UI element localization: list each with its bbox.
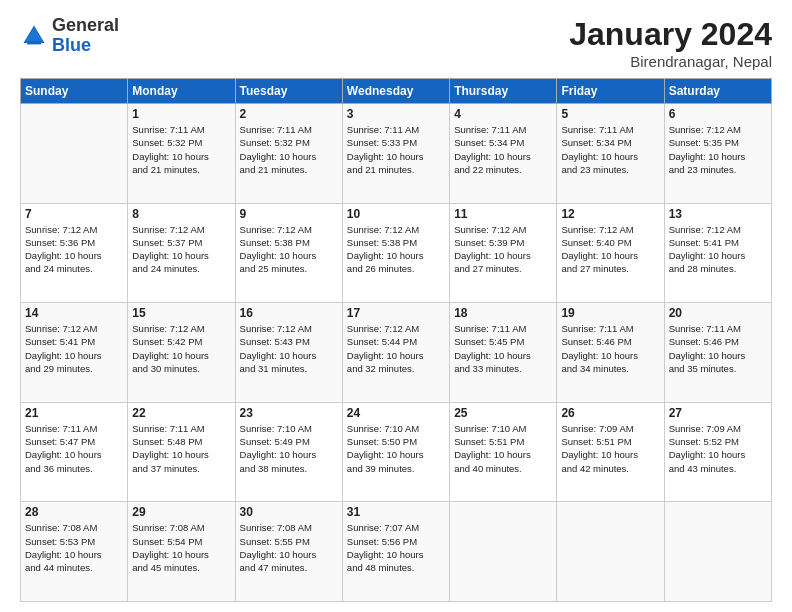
day-info: Sunrise: 7:12 AM Sunset: 5:43 PM Dayligh… — [240, 322, 338, 375]
day-info: Sunrise: 7:12 AM Sunset: 5:39 PM Dayligh… — [454, 223, 552, 276]
calendar-cell: 7Sunrise: 7:12 AM Sunset: 5:36 PM Daylig… — [21, 203, 128, 303]
logo-icon — [20, 22, 48, 50]
calendar-cell: 27Sunrise: 7:09 AM Sunset: 5:52 PM Dayli… — [664, 402, 771, 502]
day-info: Sunrise: 7:12 AM Sunset: 5:42 PM Dayligh… — [132, 322, 230, 375]
calendar-cell: 21Sunrise: 7:11 AM Sunset: 5:47 PM Dayli… — [21, 402, 128, 502]
calendar-cell: 15Sunrise: 7:12 AM Sunset: 5:42 PM Dayli… — [128, 303, 235, 403]
calendar-cell: 19Sunrise: 7:11 AM Sunset: 5:46 PM Dayli… — [557, 303, 664, 403]
title-block: January 2024 Birendranagar, Nepal — [569, 16, 772, 70]
calendar-cell: 28Sunrise: 7:08 AM Sunset: 5:53 PM Dayli… — [21, 502, 128, 602]
location-subtitle: Birendranagar, Nepal — [569, 53, 772, 70]
day-number: 22 — [132, 406, 230, 420]
day-info: Sunrise: 7:12 AM Sunset: 5:41 PM Dayligh… — [669, 223, 767, 276]
day-info: Sunrise: 7:08 AM Sunset: 5:54 PM Dayligh… — [132, 521, 230, 574]
weekday-saturday: Saturday — [664, 79, 771, 104]
calendar-cell: 6Sunrise: 7:12 AM Sunset: 5:35 PM Daylig… — [664, 104, 771, 204]
month-title: January 2024 — [569, 16, 772, 53]
day-number: 8 — [132, 207, 230, 221]
day-number: 11 — [454, 207, 552, 221]
calendar-cell: 31Sunrise: 7:07 AM Sunset: 5:56 PM Dayli… — [342, 502, 449, 602]
day-number: 4 — [454, 107, 552, 121]
day-number: 21 — [25, 406, 123, 420]
day-number: 2 — [240, 107, 338, 121]
day-info: Sunrise: 7:11 AM Sunset: 5:48 PM Dayligh… — [132, 422, 230, 475]
day-number: 26 — [561, 406, 659, 420]
calendar-cell: 14Sunrise: 7:12 AM Sunset: 5:41 PM Dayli… — [21, 303, 128, 403]
day-info: Sunrise: 7:11 AM Sunset: 5:45 PM Dayligh… — [454, 322, 552, 375]
calendar-cell: 25Sunrise: 7:10 AM Sunset: 5:51 PM Dayli… — [450, 402, 557, 502]
day-number: 16 — [240, 306, 338, 320]
weekday-thursday: Thursday — [450, 79, 557, 104]
day-info: Sunrise: 7:11 AM Sunset: 5:32 PM Dayligh… — [132, 123, 230, 176]
calendar-cell: 24Sunrise: 7:10 AM Sunset: 5:50 PM Dayli… — [342, 402, 449, 502]
day-number: 12 — [561, 207, 659, 221]
logo: General Blue — [20, 16, 119, 56]
day-number: 15 — [132, 306, 230, 320]
day-info: Sunrise: 7:10 AM Sunset: 5:49 PM Dayligh… — [240, 422, 338, 475]
day-number: 3 — [347, 107, 445, 121]
weekday-tuesday: Tuesday — [235, 79, 342, 104]
header: General Blue January 2024 Birendranagar,… — [20, 16, 772, 70]
calendar-cell: 18Sunrise: 7:11 AM Sunset: 5:45 PM Dayli… — [450, 303, 557, 403]
day-info: Sunrise: 7:09 AM Sunset: 5:52 PM Dayligh… — [669, 422, 767, 475]
calendar-cell: 22Sunrise: 7:11 AM Sunset: 5:48 PM Dayli… — [128, 402, 235, 502]
calendar-cell: 2Sunrise: 7:11 AM Sunset: 5:32 PM Daylig… — [235, 104, 342, 204]
calendar-cell: 5Sunrise: 7:11 AM Sunset: 5:34 PM Daylig… — [557, 104, 664, 204]
day-info: Sunrise: 7:09 AM Sunset: 5:51 PM Dayligh… — [561, 422, 659, 475]
day-info: Sunrise: 7:12 AM Sunset: 5:37 PM Dayligh… — [132, 223, 230, 276]
page: General Blue January 2024 Birendranagar,… — [0, 0, 792, 612]
calendar-cell — [450, 502, 557, 602]
day-number: 18 — [454, 306, 552, 320]
day-info: Sunrise: 7:10 AM Sunset: 5:50 PM Dayligh… — [347, 422, 445, 475]
calendar-cell — [664, 502, 771, 602]
logo-blue: Blue — [52, 36, 119, 56]
calendar-cell: 17Sunrise: 7:12 AM Sunset: 5:44 PM Dayli… — [342, 303, 449, 403]
day-number: 9 — [240, 207, 338, 221]
day-info: Sunrise: 7:11 AM Sunset: 5:46 PM Dayligh… — [669, 322, 767, 375]
calendar-cell: 23Sunrise: 7:10 AM Sunset: 5:49 PM Dayli… — [235, 402, 342, 502]
day-number: 6 — [669, 107, 767, 121]
day-number: 25 — [454, 406, 552, 420]
day-info: Sunrise: 7:08 AM Sunset: 5:55 PM Dayligh… — [240, 521, 338, 574]
calendar-cell: 9Sunrise: 7:12 AM Sunset: 5:38 PM Daylig… — [235, 203, 342, 303]
day-info: Sunrise: 7:12 AM Sunset: 5:38 PM Dayligh… — [347, 223, 445, 276]
day-info: Sunrise: 7:12 AM Sunset: 5:38 PM Dayligh… — [240, 223, 338, 276]
day-info: Sunrise: 7:11 AM Sunset: 5:34 PM Dayligh… — [454, 123, 552, 176]
calendar-cell — [557, 502, 664, 602]
calendar-cell: 4Sunrise: 7:11 AM Sunset: 5:34 PM Daylig… — [450, 104, 557, 204]
day-number: 19 — [561, 306, 659, 320]
calendar-cell: 3Sunrise: 7:11 AM Sunset: 5:33 PM Daylig… — [342, 104, 449, 204]
calendar-week-row: 1Sunrise: 7:11 AM Sunset: 5:32 PM Daylig… — [21, 104, 772, 204]
day-info: Sunrise: 7:12 AM Sunset: 5:36 PM Dayligh… — [25, 223, 123, 276]
calendar-week-row: 28Sunrise: 7:08 AM Sunset: 5:53 PM Dayli… — [21, 502, 772, 602]
day-info: Sunrise: 7:12 AM Sunset: 5:40 PM Dayligh… — [561, 223, 659, 276]
day-number: 20 — [669, 306, 767, 320]
weekday-sunday: Sunday — [21, 79, 128, 104]
calendar-cell: 29Sunrise: 7:08 AM Sunset: 5:54 PM Dayli… — [128, 502, 235, 602]
calendar-cell: 30Sunrise: 7:08 AM Sunset: 5:55 PM Dayli… — [235, 502, 342, 602]
day-info: Sunrise: 7:11 AM Sunset: 5:46 PM Dayligh… — [561, 322, 659, 375]
day-number: 23 — [240, 406, 338, 420]
calendar-week-row: 14Sunrise: 7:12 AM Sunset: 5:41 PM Dayli… — [21, 303, 772, 403]
day-number: 10 — [347, 207, 445, 221]
weekday-monday: Monday — [128, 79, 235, 104]
logo-general: General — [52, 16, 119, 36]
calendar-header: Sunday Monday Tuesday Wednesday Thursday… — [21, 79, 772, 104]
day-number: 27 — [669, 406, 767, 420]
calendar-table: Sunday Monday Tuesday Wednesday Thursday… — [20, 78, 772, 602]
day-info: Sunrise: 7:11 AM Sunset: 5:34 PM Dayligh… — [561, 123, 659, 176]
calendar-cell: 12Sunrise: 7:12 AM Sunset: 5:40 PM Dayli… — [557, 203, 664, 303]
day-info: Sunrise: 7:11 AM Sunset: 5:33 PM Dayligh… — [347, 123, 445, 176]
weekday-row: Sunday Monday Tuesday Wednesday Thursday… — [21, 79, 772, 104]
day-number: 14 — [25, 306, 123, 320]
day-info: Sunrise: 7:11 AM Sunset: 5:32 PM Dayligh… — [240, 123, 338, 176]
day-info: Sunrise: 7:08 AM Sunset: 5:53 PM Dayligh… — [25, 521, 123, 574]
weekday-wednesday: Wednesday — [342, 79, 449, 104]
day-number: 29 — [132, 505, 230, 519]
logo-text: General Blue — [52, 16, 119, 56]
day-number: 5 — [561, 107, 659, 121]
calendar-cell: 8Sunrise: 7:12 AM Sunset: 5:37 PM Daylig… — [128, 203, 235, 303]
day-number: 1 — [132, 107, 230, 121]
day-info: Sunrise: 7:12 AM Sunset: 5:35 PM Dayligh… — [669, 123, 767, 176]
day-info: Sunrise: 7:07 AM Sunset: 5:56 PM Dayligh… — [347, 521, 445, 574]
